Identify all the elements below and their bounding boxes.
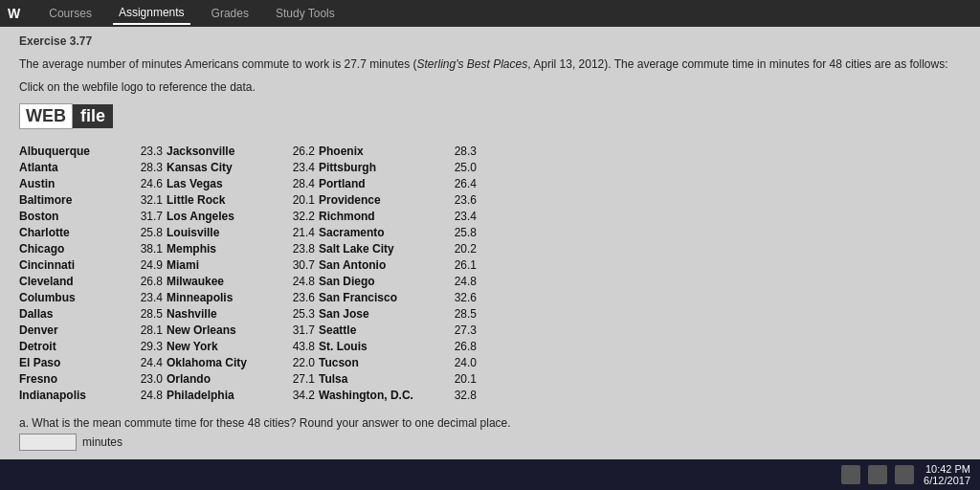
table-row: San Diego24.8	[319, 273, 477, 289]
nav-item-assignments[interactable]: Assignments	[113, 2, 190, 25]
table-row: New York43.8	[167, 338, 315, 354]
table-row: Jacksonville26.2	[167, 143, 315, 159]
table-row: Little Rock20.1	[167, 191, 315, 208]
table-row: Columbus23.4	[19, 289, 163, 305]
table-row: Denver28.1	[19, 322, 163, 338]
nav-item-studytools[interactable]: Study Tools	[270, 3, 341, 24]
taskbar-icon-2	[868, 465, 887, 484]
main-content: Exercise 3.77 The average number of minu…	[0, 27, 980, 490]
table-row: Milwaukee24.8	[167, 273, 315, 289]
table-row: St. Louis26.8	[319, 338, 477, 354]
taskbar-icon-3	[895, 465, 914, 484]
question-text: What is the mean commute time for these …	[32, 416, 510, 430]
exercise-header: Exercise 3.77	[19, 34, 961, 48]
nav-logo: W	[8, 6, 20, 21]
table-row: Kansas City23.4	[167, 159, 315, 175]
nav-bar: W Courses Assignments Grades Study Tools	[0, 0, 980, 27]
table-row: Las Vegas28.4	[167, 175, 315, 191]
taskbar-time-display: 10:42 PM	[924, 463, 970, 475]
table-row: Tulsa20.1	[319, 370, 477, 387]
col3: Phoenix28.3 Pittsburgh25.0 Portland26.4 …	[319, 143, 477, 403]
table-row: Nashville25.3	[167, 305, 315, 322]
table-row: Salt Lake City20.2	[319, 240, 477, 256]
table-row: Atlanta28.3	[19, 159, 163, 175]
answer-input[interactable]	[19, 434, 77, 451]
col1: Albuquerque23.3 Atlanta28.3 Austin24.6 B…	[19, 143, 163, 403]
table-row: San Jose28.5	[319, 305, 477, 322]
table-row: Pittsburgh25.0	[319, 159, 477, 175]
taskbar-date-display: 6/12/2017	[924, 475, 970, 486]
webfile-logo[interactable]: WEBfile	[19, 103, 113, 129]
answer-row: minutes	[19, 434, 961, 451]
table-row: Seattle27.3	[319, 322, 477, 338]
table-row: Detroit29.3	[19, 338, 163, 354]
source-title: Sterling's Best Places	[417, 57, 528, 71]
table-row: Austin24.6	[19, 175, 163, 191]
table-row: Chicago38.1	[19, 240, 163, 256]
table-row: Dallas28.5	[19, 305, 163, 322]
table-row: Charlotte25.8	[19, 224, 163, 240]
table-row: Portland26.4	[319, 175, 477, 191]
taskbar-icon-1	[841, 465, 860, 484]
col2: Jacksonville26.2 Kansas City23.4 Las Veg…	[167, 143, 315, 403]
table-row: Richmond23.4	[319, 208, 477, 224]
table-row: Providence23.6	[319, 191, 477, 208]
taskbar-icons	[841, 465, 914, 484]
table-row: Albuquerque23.3	[19, 143, 163, 159]
nav-item-grades[interactable]: Grades	[206, 3, 255, 24]
question-section: a. What is the mean commute time for the…	[19, 416, 961, 430]
webfile-file: file	[73, 104, 113, 128]
table-row: Boston31.7	[19, 208, 163, 224]
table-row: Memphis23.8	[167, 240, 315, 256]
table-row: Cleveland26.8	[19, 273, 163, 289]
nav-item-courses[interactable]: Courses	[43, 3, 98, 24]
table-row: Minneapolis23.6	[167, 289, 315, 305]
source-date: , April 13, 2012). The average commute t…	[527, 57, 947, 71]
table-row: Baltimore32.1	[19, 191, 163, 208]
intro-text: The average number of minutes Americans …	[19, 56, 961, 73]
table-row: El Paso24.4	[19, 354, 163, 370]
table-row: Philadelphia34.2	[167, 387, 315, 403]
question-label: a.	[19, 416, 29, 430]
table-row: San Francisco32.6	[319, 289, 477, 305]
taskbar-clock: 10:42 PM 6/12/2017	[924, 463, 970, 486]
table-row: San Antonio26.1	[319, 256, 477, 273]
answer-unit-label: minutes	[82, 435, 122, 449]
table-row: Indianapolis24.8	[19, 387, 163, 403]
table-row: Oklahoma City22.0	[167, 354, 315, 370]
table-row: Cincinnati24.9	[19, 256, 163, 273]
table-row: Fresno23.0	[19, 370, 163, 387]
table-row: Louisville21.4	[167, 224, 315, 240]
click-instruction: Click on the webfile logo to reference t…	[19, 80, 961, 94]
table-row: Sacramento25.8	[319, 224, 477, 240]
table-row: Phoenix28.3	[319, 143, 477, 159]
webfile-web: WEB	[19, 103, 73, 129]
table-row: Washington, D.C.32.8	[319, 387, 477, 403]
cities-table: Albuquerque23.3 Atlanta28.3 Austin24.6 B…	[19, 143, 961, 403]
table-row: Tucson24.0	[319, 354, 477, 370]
table-row: Orlando27.1	[167, 370, 315, 387]
table-row: Los Angeles32.2	[167, 208, 315, 224]
table-row: New Orleans31.7	[167, 322, 315, 338]
table-row: Miami30.7	[167, 256, 315, 273]
taskbar: 10:42 PM 6/12/2017	[0, 459, 980, 490]
